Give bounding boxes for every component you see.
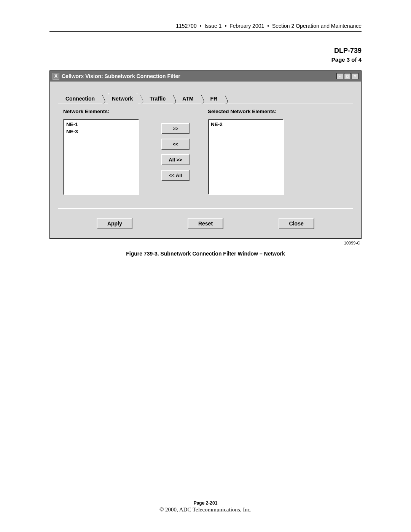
tab-connection[interactable]: Connection xyxy=(62,93,100,104)
page-of: Page 3 of 4 xyxy=(49,56,362,63)
page-footer: Page 2-201 © 2000, ADC Telecommunication… xyxy=(0,500,411,513)
app-window: X Cellworx Vision: Subnetwork Connection… xyxy=(49,70,362,239)
list-item[interactable]: NE-1 xyxy=(66,121,136,128)
tab-content: Network Elements: NE-1 NE-3 >> << All >>… xyxy=(58,104,353,203)
list-item[interactable]: NE-2 xyxy=(211,121,281,128)
network-elements-listbox[interactable]: NE-1 NE-3 xyxy=(63,119,139,195)
tab-traffic[interactable]: Traffic xyxy=(146,93,171,104)
page-number: Page 2-201 xyxy=(0,500,411,506)
doc-number: 1152700 xyxy=(176,23,197,29)
divider xyxy=(58,208,353,209)
tab-atm[interactable]: ATM xyxy=(178,93,199,104)
list-item[interactable]: NE-3 xyxy=(66,128,136,136)
window-title: Cellworx Vision: Subnetwork Connection F… xyxy=(62,73,180,79)
tab-network[interactable]: Network xyxy=(108,93,138,104)
minimize-button[interactable]: - xyxy=(336,73,343,79)
add-all-button[interactable]: All >> xyxy=(161,154,190,165)
tab-fr[interactable]: FR xyxy=(207,93,223,104)
remove-all-button[interactable]: << All xyxy=(161,170,190,181)
selected-elements-label: Selected Network Elements: xyxy=(208,109,288,114)
add-button[interactable]: >> xyxy=(161,123,190,134)
date: February 2001 xyxy=(229,23,264,29)
remove-button[interactable]: << xyxy=(161,139,190,150)
page-header: 1152700 • Issue 1 • February 2001 • Sect… xyxy=(49,23,362,32)
figure-caption: Figure 739-3. Subnetwork Connection Filt… xyxy=(49,251,362,257)
app-icon: X xyxy=(53,73,59,80)
network-elements-label: Network Elements: xyxy=(63,109,143,114)
tab-bar: Connection Network Traffic ATM FR xyxy=(62,93,353,104)
issue: Issue 1 xyxy=(204,23,221,29)
copyright: © 2000, ADC Telecommunications, Inc. xyxy=(159,506,252,513)
title-bar: X Cellworx Vision: Subnetwork Connection… xyxy=(50,71,361,81)
close-window-button[interactable]: x xyxy=(352,73,358,79)
dlp-title: DLP-739 xyxy=(49,47,362,55)
section: Section 2 Operation and Maintenance xyxy=(272,23,362,29)
figure-id: 10999-C xyxy=(49,241,360,245)
selected-elements-listbox[interactable]: NE-2 xyxy=(208,119,284,195)
reset-button[interactable]: Reset xyxy=(188,218,223,229)
maximize-button[interactable]: □ xyxy=(344,73,351,79)
close-button[interactable]: Close xyxy=(279,218,314,229)
apply-button[interactable]: Apply xyxy=(97,218,132,229)
